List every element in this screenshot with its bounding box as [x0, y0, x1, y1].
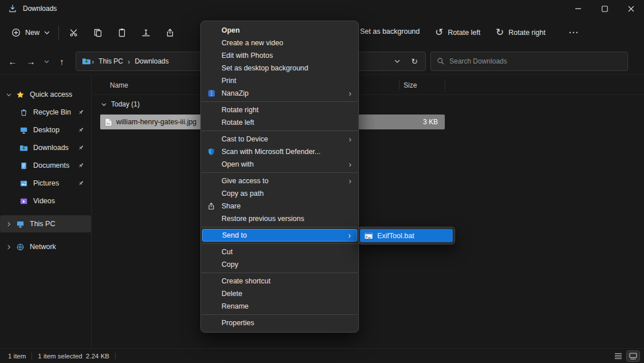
chevron-right-icon: ›	[349, 135, 351, 143]
menu-item-open-with[interactable]: Open with ›	[201, 158, 358, 171]
menu-item-open[interactable]: Open	[201, 24, 358, 37]
title-bar: Downloads	[0, 0, 644, 17]
menu-item-label: Print	[222, 77, 236, 85]
search-box[interactable]	[430, 52, 628, 71]
submenu-item-exiftool[interactable]: ExifTool.bat	[360, 229, 453, 242]
set-as-background-label: Set as background	[360, 27, 420, 35]
see-more-button[interactable]: ⋯	[563, 23, 584, 42]
menu-item-label: Share	[222, 202, 240, 210]
menu-item-nanazip[interactable]: NanaZip ›	[201, 87, 358, 100]
sidebar-item-recycle-bin[interactable]: Recycle Bin	[0, 104, 91, 121]
menu-item-cast-to-device[interactable]: Cast to Device ›	[201, 133, 358, 145]
menu-separator	[202, 227, 358, 227]
sidebar-item-label: Desktop	[33, 126, 60, 134]
star-icon	[15, 90, 25, 99]
menu-item-create-a-new-video[interactable]: Create a new video	[201, 37, 358, 49]
new-button[interactable]: New	[6, 23, 56, 42]
column-header-divider	[92, 94, 644, 95]
menu-item-rename[interactable]: Rename	[201, 300, 358, 313]
view-toggle-group	[612, 351, 639, 361]
sidebar-item-pictures[interactable]: Pictures	[0, 175, 91, 192]
group-header-today[interactable]: Today (1)	[101, 100, 140, 108]
address-bar-right: ↻	[390, 54, 422, 69]
set-as-background-button[interactable]: Set as background	[354, 23, 425, 40]
sidebar-item-documents[interactable]: Documents	[0, 157, 91, 174]
search-input[interactable]	[449, 57, 622, 65]
statusbar-separator	[115, 353, 116, 360]
copy-button[interactable]	[86, 23, 110, 42]
menu-item-properties[interactable]: Properties	[201, 317, 358, 329]
minimize-button[interactable]	[565, 0, 591, 17]
menu-item-send-to[interactable]: Send to ›	[202, 229, 357, 242]
menu-item-label: Open with	[222, 160, 254, 168]
forward-button[interactable]: →	[22, 52, 40, 70]
breadcrumb-downloads[interactable]: Downloads	[131, 57, 172, 65]
paste-button[interactable]	[110, 23, 134, 42]
rename-button[interactable]	[134, 23, 158, 42]
sidebar-item-label: Quick access	[30, 90, 72, 98]
column-separator[interactable]	[445, 80, 445, 90]
column-header-size[interactable]: Size	[404, 81, 417, 89]
menu-item-set-as-desktop-background[interactable]: Set as desktop background	[201, 62, 358, 74]
menu-item-rotate-right[interactable]: Rotate right	[201, 104, 358, 116]
large-icons-view-button[interactable]	[627, 351, 639, 361]
column-separator[interactable]	[399, 80, 400, 90]
column-header-name[interactable]: Name	[110, 81, 128, 89]
recycle-bin-icon	[18, 108, 29, 117]
maximize-button[interactable]	[591, 0, 618, 17]
menu-item-label: Delete	[222, 290, 242, 298]
send-to-submenu: ExifTool.bat	[358, 227, 455, 244]
menu-item-print[interactable]: Print	[201, 74, 358, 87]
menu-item-share[interactable]: Share	[201, 200, 358, 212]
back-button[interactable]: ←	[3, 52, 22, 70]
menu-item-rotate-left[interactable]: Rotate left	[201, 116, 358, 129]
menu-item-label: NanaZip	[222, 89, 248, 97]
share-button[interactable]	[158, 23, 182, 42]
search-icon	[437, 57, 445, 65]
menu-item-give-access-to[interactable]: Give access to ›	[201, 175, 358, 187]
sidebar-item-quick-access[interactable]: Quick access	[0, 86, 91, 103]
address-dropdown-button[interactable]	[390, 54, 405, 69]
sidebar-item-network[interactable]: Network	[0, 238, 91, 255]
navigation-pane: Quick access Recycle Bin Desktop Downloa…	[0, 75, 92, 348]
rotate-left-button[interactable]: ↺ Rotate left	[429, 23, 486, 42]
downloads-folder-icon	[82, 57, 91, 66]
status-bar: 1 item 1 item selected 2.24 KB	[0, 348, 644, 363]
paste-icon	[117, 28, 127, 37]
menu-item-restore-previous-versions[interactable]: Restore previous versions	[201, 212, 358, 225]
menu-item-label: Rotate right	[222, 106, 259, 114]
breadcrumb-this-pc[interactable]: This PC	[94, 57, 127, 65]
menu-item-copy[interactable]: Copy	[201, 258, 358, 271]
close-button[interactable]	[618, 0, 644, 17]
file-explorer-window: Downloads New	[0, 0, 644, 363]
menu-item-scan-with-defender[interactable]: Scan with Microsoft Defender...	[201, 145, 358, 158]
menu-item-delete[interactable]: Delete	[201, 287, 358, 300]
menu-item-label: Scan with Microsoft Defender...	[222, 148, 321, 156]
downloads-app-icon	[8, 4, 17, 13]
cut-button[interactable]	[62, 23, 86, 42]
menu-separator	[202, 273, 358, 273]
recent-locations-button[interactable]	[40, 52, 53, 70]
menu-item-label: Cast to Device	[222, 135, 268, 143]
details-view-button[interactable]	[612, 351, 625, 361]
sidebar-item-this-pc[interactable]: This PC	[0, 215, 91, 232]
rotate-right-button[interactable]: ↻ Rotate right	[490, 23, 551, 42]
image-file-icon	[105, 118, 112, 127]
menu-item-edit-with-photos[interactable]: Edit with Photos	[201, 49, 358, 62]
sidebar-item-videos[interactable]: Videos	[0, 192, 91, 210]
window-title: Downloads	[23, 5, 57, 13]
this-pc-icon	[15, 220, 25, 228]
sidebar-item-label: Pictures	[33, 179, 59, 187]
refresh-button[interactable]: ↻	[407, 54, 422, 69]
up-button[interactable]: ↑	[53, 52, 71, 70]
menu-item-copy-as-path[interactable]: Copy as path	[201, 187, 358, 200]
pictures-icon	[18, 179, 29, 188]
window-controls	[565, 0, 644, 17]
menu-separator	[202, 314, 358, 315]
rotate-left-label: Rotate left	[448, 29, 480, 37]
menu-item-cut[interactable]: Cut	[201, 246, 358, 258]
menu-item-label: Give access to	[222, 177, 268, 185]
menu-item-create-shortcut[interactable]: Create shortcut	[201, 275, 358, 287]
sidebar-item-downloads[interactable]: Downloads	[0, 139, 91, 156]
sidebar-item-desktop[interactable]: Desktop	[0, 121, 91, 139]
